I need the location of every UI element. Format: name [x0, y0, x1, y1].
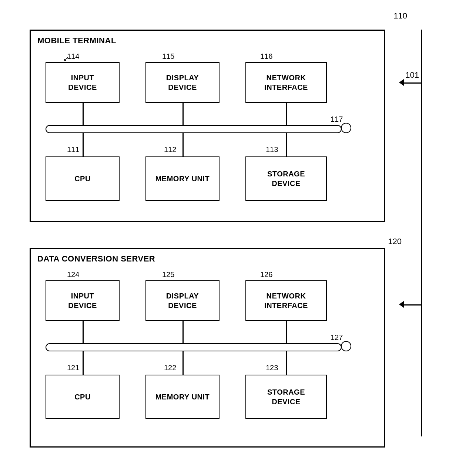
- ref-127: 127: [331, 333, 343, 342]
- network-interface-126-label: NETWORKINTERFACE: [264, 291, 308, 310]
- cpu-111: CPU: [46, 156, 120, 201]
- ref-126: 126: [260, 270, 272, 279]
- memory-unit-112-label: MEMORY UNIT: [155, 174, 210, 183]
- ref-117: 117: [331, 115, 343, 124]
- bus-117: [46, 125, 342, 133]
- ref-114: 114: [67, 52, 79, 61]
- input-device-114: INPUTDEVICE: [46, 62, 120, 103]
- ref-111: 111: [67, 145, 79, 154]
- storage-device-123: STORAGEDEVICE: [245, 375, 327, 419]
- ref-115: 115: [162, 52, 174, 61]
- arrow-line-top: [402, 82, 421, 84]
- line-bus-123: [286, 351, 287, 375]
- cpu-111-label: CPU: [74, 174, 91, 183]
- arrow-bottom: [399, 301, 404, 308]
- display-device-115-label: DISPLAYDEVICE: [166, 73, 199, 92]
- memory-unit-112: MEMORY UNIT: [145, 156, 220, 201]
- storage-device-113-label: STORAGEDEVICE: [267, 169, 305, 188]
- network-interface-116-label: NETWORKINTERFACE: [264, 73, 308, 92]
- mobile-terminal-title: MOBILE TERMINAL: [37, 36, 116, 45]
- arrow-top: [399, 79, 404, 86]
- input-device-124: INPUTDEVICE: [46, 280, 120, 321]
- ref-101: 101: [405, 70, 419, 80]
- bus-127: [46, 343, 342, 351]
- mobile-terminal-box: MOBILE TERMINAL 114 ↙ 115 116 INPUTDEVIC…: [30, 30, 385, 222]
- line-bus-113: [286, 132, 287, 156]
- input-device-114-label: INPUTDEVICE: [68, 73, 97, 92]
- storage-device-113: STORAGEDEVICE: [245, 156, 327, 201]
- memory-unit-122-label: MEMORY UNIT: [155, 392, 210, 402]
- bus-117-end: [341, 123, 351, 133]
- display-device-125: DISPLAYDEVICE: [145, 280, 220, 321]
- display-device-115: DISPLAYDEVICE: [145, 62, 220, 103]
- ref-122: 122: [164, 364, 176, 372]
- storage-device-123-label: STORAGEDEVICE: [267, 387, 305, 406]
- cpu-121-label: CPU: [74, 392, 91, 402]
- ref-112: 112: [164, 145, 176, 154]
- arrow-line-bottom: [402, 304, 421, 305]
- data-conversion-server-box: DATA CONVERSION SERVER 124 125 126 INPUT…: [30, 248, 385, 448]
- line-bus-112: [182, 132, 184, 156]
- line-bus-121: [83, 351, 84, 375]
- ref-113: 113: [266, 145, 278, 154]
- ref-123: 123: [266, 364, 278, 372]
- diagram-container: 110 101 MOBILE TERMINAL 114 ↙ 115 116 IN…: [15, 11, 444, 466]
- bus-127-end: [341, 341, 351, 351]
- network-interface-116: NETWORKINTERFACE: [245, 62, 327, 103]
- ref-121: 121: [67, 364, 79, 372]
- input-device-124-label: INPUTDEVICE: [68, 291, 97, 310]
- display-device-125-label: DISPLAYDEVICE: [166, 291, 199, 310]
- line-bus-111: [83, 132, 84, 156]
- ref-125: 125: [162, 270, 174, 279]
- ref-116: 116: [260, 52, 272, 61]
- ref-124: 124: [67, 270, 79, 279]
- cpu-121: CPU: [46, 375, 120, 419]
- line-bus-122: [182, 351, 184, 375]
- network-interface-126: NETWORKINTERFACE: [245, 280, 327, 321]
- right-vertical-line: [421, 30, 422, 436]
- ref-110-top: 110: [393, 11, 407, 21]
- memory-unit-122: MEMORY UNIT: [145, 375, 220, 419]
- ref-120: 120: [388, 237, 402, 246]
- data-conversion-server-title: DATA CONVERSION SERVER: [37, 254, 155, 264]
